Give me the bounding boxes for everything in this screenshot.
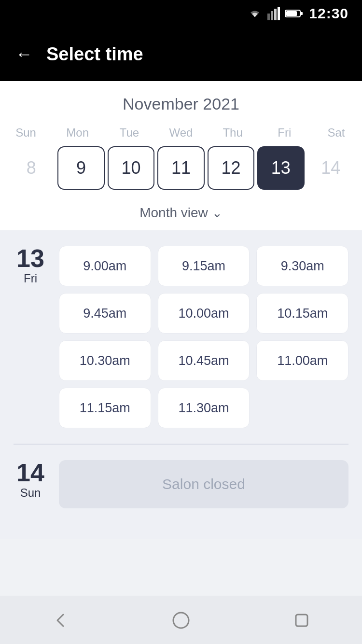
back-button[interactable]: ←: [15, 45, 33, 63]
time-slot-1115am[interactable]: 11.15am: [59, 388, 151, 428]
date-cell-11[interactable]: 11: [157, 146, 204, 190]
month-title: November 2021: [0, 95, 362, 113]
day-label-row-14: 14 Sun Salon closed: [14, 460, 348, 508]
day-header-tue: Tue: [103, 124, 155, 141]
day-number-13: 13: [16, 246, 44, 271]
time-slot-1045am[interactable]: 10.45am: [158, 340, 250, 381]
time-slot-1000am[interactable]: 10.00am: [158, 293, 250, 334]
nav-home-button[interactable]: [168, 608, 194, 633]
signal-icon: [267, 7, 280, 20]
day-header-sat: Sat: [310, 124, 362, 141]
day-header-mon: Mon: [52, 124, 103, 141]
nav-back-button[interactable]: [48, 608, 73, 633]
date-cell-14[interactable]: 14: [307, 146, 354, 190]
time-grid-13: 9.00am 9.15am 9.30am 9.45am 10.00am 10.1…: [59, 246, 348, 428]
svg-rect-0: [267, 14, 270, 20]
salon-closed-label: Salon closed: [162, 476, 245, 492]
date-row: 8 9 10 11 12 13 14: [0, 146, 362, 190]
time-slot-915am[interactable]: 9.15am: [158, 246, 250, 286]
page-title: Select time: [46, 44, 143, 65]
status-icons: [247, 7, 303, 20]
app-header: ← Select time: [0, 27, 362, 81]
day-name-13: Fri: [24, 272, 37, 285]
back-nav-icon: [51, 611, 70, 630]
svg-rect-5: [286, 11, 297, 16]
time-slot-1030am[interactable]: 10.30am: [59, 340, 151, 381]
svg-rect-8: [296, 615, 307, 626]
time-slot-900am[interactable]: 9.00am: [59, 246, 151, 286]
date-cell-13[interactable]: 13: [257, 146, 304, 190]
battery-icon: [285, 9, 303, 18]
home-nav-icon: [171, 611, 191, 630]
date-cell-10[interactable]: 10: [108, 146, 154, 190]
nav-recent-button[interactable]: [289, 608, 314, 633]
status-time: 12:30: [309, 5, 348, 22]
day-block-14: 14 Sun Salon closed: [14, 460, 348, 508]
time-slot-945am[interactable]: 9.45am: [59, 293, 151, 334]
wifi-icon: [247, 8, 263, 19]
day-header-sun: Sun: [0, 124, 52, 141]
day-label-row-13: 13 Fri 9.00am 9.15am 9.30am 9.45am 10.00…: [14, 246, 348, 428]
recent-nav-icon: [292, 611, 311, 630]
month-view-label: Month view: [139, 205, 208, 221]
day-header-thu: Thu: [207, 124, 259, 141]
svg-rect-6: [301, 12, 303, 15]
salon-closed-block: Salon closed: [59, 460, 348, 508]
time-slot-1130am[interactable]: 11.30am: [158, 388, 250, 428]
date-cell-12[interactable]: 12: [208, 146, 254, 190]
day-name-14: Sun: [20, 486, 41, 500]
day-header-fri: Fri: [259, 124, 310, 141]
month-view-toggle[interactable]: Month view ⌄: [0, 198, 362, 230]
day-separator: [14, 444, 348, 445]
day-number-14: 14: [16, 460, 44, 485]
date-cell-9[interactable]: 9: [57, 146, 104, 190]
day-number-label-14: 14 Sun: [14, 460, 47, 500]
svg-rect-3: [278, 7, 280, 20]
time-slot-930am[interactable]: 9.30am: [256, 246, 348, 286]
chevron-down-icon: ⌄: [212, 206, 223, 221]
svg-rect-1: [271, 11, 273, 20]
status-bar: 12:30: [0, 0, 362, 27]
day-block-13: 13 Fri 9.00am 9.15am 9.30am 9.45am 10.00…: [14, 246, 348, 428]
calendar-section: November 2021 Sun Mon Tue Wed Thu Fri Sa…: [0, 81, 362, 230]
svg-point-7: [173, 613, 189, 628]
day-headers: Sun Mon Tue Wed Thu Fri Sat: [0, 124, 362, 141]
svg-rect-2: [274, 9, 277, 20]
bottom-nav: [0, 596, 362, 644]
day-number-label-13: 13 Fri: [14, 246, 47, 285]
date-cell-8[interactable]: 8: [8, 146, 55, 190]
time-slot-1100am[interactable]: 11.00am: [256, 340, 348, 381]
day-header-wed: Wed: [155, 124, 207, 141]
time-section: 13 Fri 9.00am 9.15am 9.30am 9.45am 10.00…: [0, 230, 362, 539]
time-slot-1015am[interactable]: 10.15am: [256, 293, 348, 334]
